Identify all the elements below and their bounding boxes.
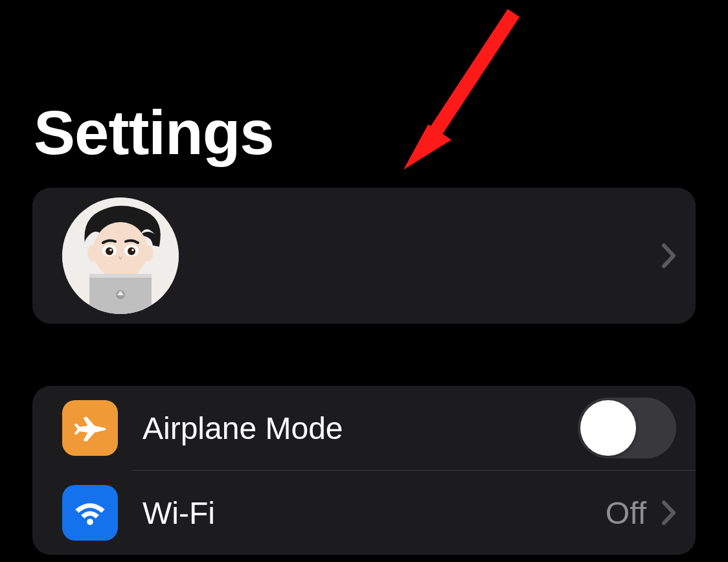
avatar bbox=[62, 197, 179, 314]
wifi-row[interactable]: Wi-Fi Off bbox=[32, 471, 696, 555]
wifi-icon bbox=[62, 485, 118, 541]
airplane-mode-toggle[interactable] bbox=[578, 398, 676, 458]
svg-point-13 bbox=[87, 519, 93, 525]
svg-point-6 bbox=[106, 247, 113, 255]
svg-point-9 bbox=[131, 249, 134, 251]
wifi-label: Wi-Fi bbox=[142, 495, 606, 531]
settings-group: Airplane Mode Wi-Fi Off bbox=[32, 386, 696, 555]
svg-point-7 bbox=[128, 247, 135, 255]
memoji-avatar-icon bbox=[62, 197, 179, 314]
svg-point-8 bbox=[109, 249, 112, 251]
svg-point-1 bbox=[93, 222, 148, 279]
profile-row[interactable] bbox=[32, 188, 696, 324]
airplane-mode-row[interactable]: Airplane Mode bbox=[32, 386, 696, 470]
airplane-mode-label: Airplane Mode bbox=[142, 410, 578, 446]
toggle-knob bbox=[580, 400, 636, 456]
chevron-right-icon bbox=[662, 243, 676, 268]
svg-point-3 bbox=[142, 245, 154, 262]
chevron-right-icon bbox=[662, 500, 676, 525]
svg-rect-11 bbox=[89, 274, 152, 278]
page-title: Settings bbox=[34, 97, 728, 168]
airplane-icon bbox=[62, 400, 118, 456]
wifi-value: Off bbox=[606, 495, 646, 531]
svg-point-2 bbox=[87, 245, 99, 262]
profile-group bbox=[32, 188, 696, 324]
